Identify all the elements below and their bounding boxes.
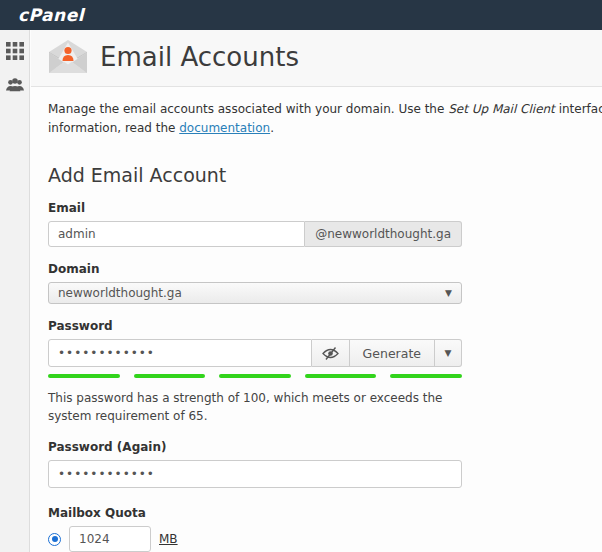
email-input-group: @newworldthought.ga xyxy=(48,221,462,247)
password-again-input[interactable] xyxy=(48,460,462,488)
cpanel-logo: cPanel xyxy=(18,5,84,25)
description-text: information, read the xyxy=(48,121,179,135)
password-again-label: Password (Again) xyxy=(48,440,462,454)
quota-fixed-radio[interactable] xyxy=(48,533,61,546)
quota-fixed-option: MB xyxy=(48,526,462,552)
description-line-1: Manage the email accounts associated wit… xyxy=(48,100,602,119)
strength-segment xyxy=(48,374,120,378)
main-content: Email Accounts Manage the email accounts… xyxy=(31,30,602,552)
email-domain-suffix: @newworldthought.ga xyxy=(305,221,462,247)
password-input[interactable] xyxy=(48,339,312,367)
user-manager-icon[interactable] xyxy=(6,76,24,94)
password-input-group: Generate ▼ xyxy=(48,339,462,367)
page-title: Email Accounts xyxy=(100,42,299,72)
page-description: Manage the email accounts associated wit… xyxy=(31,87,602,138)
description-italic: Set Up Mail Client xyxy=(448,102,555,116)
quota-value-input[interactable] xyxy=(69,526,151,552)
description-text: . xyxy=(270,121,274,135)
add-email-account-form: Email @newworldthought.ga Domain newworl… xyxy=(48,201,462,552)
strength-segment xyxy=(305,374,377,378)
strength-segment xyxy=(134,374,206,378)
description-text: interface to add an email account t xyxy=(555,102,602,116)
description-text: Manage the email accounts associated wit… xyxy=(48,102,448,116)
strength-segment xyxy=(390,374,462,378)
description-line-2: information, read the documentation. xyxy=(48,119,602,138)
email-accounts-icon xyxy=(48,39,88,74)
documentation-link[interactable]: documentation xyxy=(179,121,270,135)
toggle-password-visibility-button[interactable] xyxy=(312,339,350,367)
email-label: Email xyxy=(48,201,462,215)
chevron-down-icon: ▼ xyxy=(445,288,452,298)
domain-select[interactable]: newworldthought.ga ▼ xyxy=(48,282,462,304)
top-bar: cPanel xyxy=(0,0,602,30)
domain-label: Domain xyxy=(48,262,462,276)
password-strength-text: This password has a strength of 100, whi… xyxy=(48,389,462,425)
apps-grid-icon[interactable] xyxy=(6,42,24,60)
password-strength-meter xyxy=(48,374,462,378)
strength-segment xyxy=(219,374,291,378)
page-header: Email Accounts xyxy=(31,30,602,87)
domain-selected-value: newworldthought.ga xyxy=(58,286,182,300)
generate-options-dropdown-button[interactable]: ▼ xyxy=(435,339,462,367)
generate-password-button[interactable]: Generate xyxy=(350,339,435,367)
password-label: Password xyxy=(48,319,462,333)
mailbox-quota-label: Mailbox Quota xyxy=(48,506,462,520)
quota-unit-label: MB xyxy=(159,532,178,546)
eye-slash-icon xyxy=(322,347,339,360)
sidebar xyxy=(0,30,30,552)
email-input[interactable] xyxy=(48,221,305,247)
add-email-account-heading: Add Email Account xyxy=(48,164,602,186)
